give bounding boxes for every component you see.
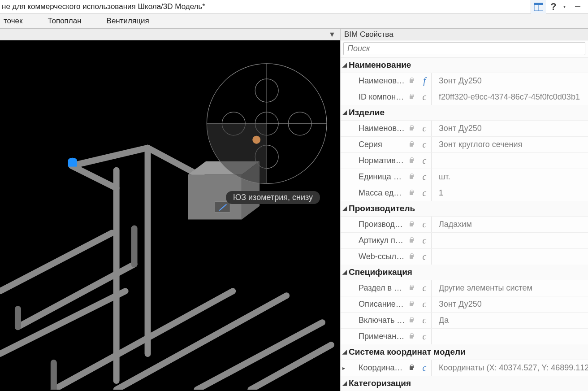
properties-search-wrap: [341, 40, 588, 57]
titlebar: не для коммерческого использования Школа…: [0, 0, 588, 13]
property-value[interactable]: Зонт круглого сечения: [431, 137, 588, 152]
lock-icon[interactable]: [405, 77, 418, 85]
property-value[interactable]: 1: [431, 185, 588, 201]
lock-icon[interactable]: [405, 284, 418, 292]
lock-icon[interactable]: [405, 125, 418, 132]
formula-icon[interactable]: c: [418, 299, 431, 309]
properties-search-input[interactable]: [343, 42, 585, 55]
property-value[interactable]: Зонт Ду250: [431, 296, 588, 312]
property-value[interactable]: Другие элементы систем: [431, 280, 588, 296]
property-value[interactable]: [431, 329, 588, 344]
property-value[interactable]: Да: [431, 313, 588, 328]
property-group-header[interactable]: ◢Изделие: [341, 105, 588, 120]
lock-icon[interactable]: [405, 93, 418, 101]
layout-toggle-button[interactable]: [531, 0, 546, 13]
lock-icon[interactable]: [405, 317, 418, 324]
collapse-icon: ◢: [342, 348, 349, 355]
property-group-header[interactable]: ◢Система координат модели: [341, 344, 588, 360]
property-row[interactable]: СерияcЗонт круглого сечения: [341, 136, 588, 152]
collapse-icon: ◢: [342, 109, 349, 116]
formula-icon[interactable]: c: [418, 315, 431, 326]
help-button[interactable]: ?: [546, 0, 561, 13]
property-group-header[interactable]: ◢Спецификация: [341, 265, 588, 280]
lock-icon[interactable]: [405, 300, 418, 308]
property-value[interactable]: f20ff320-e9cc-4374-86c7-45f0fc0d03b1: [431, 89, 588, 105]
property-group-header[interactable]: ◢Производитель: [341, 201, 588, 216]
collapse-icon: ◢: [342, 205, 349, 212]
viewport-toolbar: ▼: [0, 29, 340, 40]
lock-icon[interactable]: [405, 333, 418, 340]
property-value[interactable]: шт.: [431, 169, 588, 185]
formula-icon[interactable]: c: [418, 331, 431, 342]
property-group-header[interactable]: ◢Категоризация: [341, 376, 588, 391]
property-value[interactable]: [431, 249, 588, 265]
formula-icon[interactable]: f: [418, 76, 431, 86]
property-label: ID компоне...: [347, 92, 405, 102]
property-label: Единица из...: [347, 172, 405, 182]
formula-icon[interactable]: c: [418, 252, 431, 262]
menu-item-ventilation[interactable]: Вентиляция: [105, 15, 160, 27]
viewport-3d[interactable]: ЮЗ изометрия, снизу: [0, 40, 340, 391]
minimize-button[interactable]: [567, 0, 588, 13]
property-label: Производит...: [347, 220, 405, 229]
property-row[interactable]: Артикул про...c: [341, 232, 588, 248]
svg-rect-10: [68, 161, 77, 167]
lock-icon[interactable]: [405, 189, 418, 197]
property-row[interactable]: Производит...cЛадахим: [341, 216, 588, 232]
expand-icon[interactable]: ▸: [341, 365, 347, 371]
lock-icon[interactable]: [405, 253, 418, 261]
property-group-header[interactable]: ◢Наименование: [341, 57, 588, 73]
property-row[interactable]: Описание в...cЗонт Ду250: [341, 296, 588, 312]
lock-icon[interactable]: [405, 157, 418, 165]
lock-icon[interactable]: [405, 364, 418, 372]
property-value[interactable]: [431, 233, 588, 248]
property-value[interactable]: [431, 153, 588, 169]
property-row[interactable]: ID компоне...cf20ff320-e9cc-4374-86c7-45…: [341, 89, 588, 105]
property-label: Включать в...: [347, 316, 405, 325]
property-label: Раздел в спе...: [347, 283, 405, 293]
formula-icon[interactable]: c: [418, 92, 431, 102]
property-value[interactable]: Зонт Ду250: [431, 121, 588, 136]
formula-icon[interactable]: c: [418, 139, 431, 150]
help-dropdown-icon[interactable]: ▾: [561, 0, 567, 13]
property-row[interactable]: Примечани...c: [341, 328, 588, 344]
viewport-menu-dropdown[interactable]: ▼: [328, 30, 337, 39]
formula-icon[interactable]: c: [418, 283, 431, 293]
property-row[interactable]: Масса един...c1: [341, 185, 588, 201]
properties-body[interactable]: ◢НаименованиеНаименова...fЗонт Ду250ID к…: [341, 57, 588, 391]
viewball-tooltip: ЮЗ изометрия, снизу: [226, 191, 320, 204]
property-row[interactable]: ▸Координаты...cКоординаты (X: 40374.527,…: [341, 360, 588, 376]
property-label: Наименова...: [347, 76, 405, 86]
property-row[interactable]: Включать в...cДа: [341, 312, 588, 328]
lock-icon[interactable]: [405, 221, 418, 228]
property-group-title: Категоризация: [349, 378, 411, 388]
formula-icon[interactable]: c: [418, 123, 431, 134]
property-label: Наименова...: [347, 124, 405, 133]
property-value[interactable]: Координаты (X: 40374.527, Y: 46899.112,: [431, 360, 588, 376]
property-row[interactable]: Раздел в спе...cДругие элементы систем: [341, 280, 588, 296]
property-value[interactable]: Зонт Ду250: [431, 73, 588, 89]
property-group-title: Изделие: [349, 108, 385, 117]
property-label: Артикул про...: [347, 236, 405, 245]
property-row[interactable]: Единица из...cшт.: [341, 169, 588, 185]
property-row[interactable]: Наименова...cЗонт Ду250: [341, 120, 588, 136]
property-value[interactable]: Ладахим: [431, 217, 588, 232]
formula-icon[interactable]: c: [418, 363, 431, 373]
formula-icon[interactable]: c: [418, 188, 431, 198]
property-label: Web-ссылка...: [347, 252, 405, 261]
lock-icon[interactable]: [405, 141, 418, 148]
property-row[interactable]: Web-ссылка...c: [341, 248, 588, 265]
formula-icon[interactable]: c: [418, 172, 431, 182]
formula-icon[interactable]: c: [418, 156, 431, 166]
formula-icon[interactable]: c: [418, 219, 431, 230]
lock-icon[interactable]: [405, 237, 418, 244]
property-group-title: Производитель: [349, 204, 415, 213]
viewport-scene: [0, 40, 340, 390]
menu-item-topoplan[interactable]: Топоплан: [46, 15, 92, 27]
lock-icon[interactable]: [405, 173, 418, 181]
property-group-title: Наименование: [349, 60, 411, 70]
property-row[interactable]: Наименова...fЗонт Ду250: [341, 73, 588, 89]
property-row[interactable]: Нормативн...c: [341, 152, 588, 169]
menu-item-points[interactable]: точек: [2, 15, 33, 27]
formula-icon[interactable]: c: [418, 235, 431, 246]
